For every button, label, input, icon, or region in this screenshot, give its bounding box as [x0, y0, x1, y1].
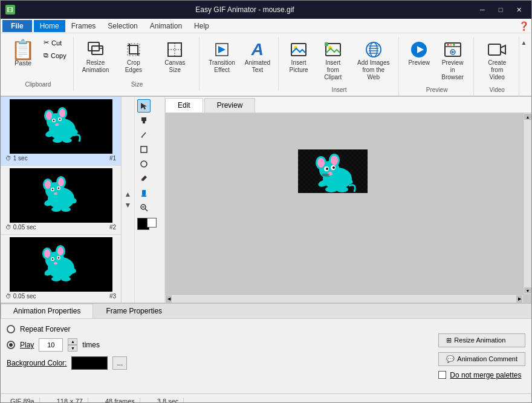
ribbon-collapse-button[interactable]: ▲ [521, 37, 529, 46]
color-selector [137, 218, 164, 240]
frame-number-3: #3 [109, 293, 116, 300]
svg-rect-91 [141, 146, 147, 152]
minimize-button[interactable]: ─ [475, 4, 490, 16]
main-layout: ⏱ 1 sec #1 [1, 97, 531, 303]
stamp-tool[interactable] [137, 114, 151, 127]
copy-button[interactable]: ⧉ Copy [41, 50, 70, 61]
canvas-size-button[interactable]: Canvas Size [154, 37, 195, 77]
help-icon[interactable]: ❓ [519, 21, 529, 31]
frame-number-2: #2 [109, 224, 116, 231]
merge-palettes-checkbox[interactable] [438, 371, 446, 379]
preview-tab[interactable]: Preview [204, 98, 256, 113]
app-icon: 🎞 [5, 5, 15, 15]
maximize-button[interactable]: □ [493, 4, 508, 16]
frame-thumb-3 [10, 237, 112, 292]
spin-down[interactable]: ▼ [68, 345, 77, 352]
frame-item-2[interactable]: ⏱ 0.05 sec #2 [1, 166, 121, 235]
insert-group: InsertPicture Insert fromClipart Add Ima… [280, 37, 399, 96]
animated-text-button[interactable]: A AnimatedText [241, 37, 274, 77]
times-label: times [82, 341, 100, 349]
frame-nav-up[interactable]: ▲ [125, 190, 132, 198]
resize-animation-prop-button[interactable]: ⊞ Resize Animation [438, 333, 525, 347]
edit-preview-tabs: Edit Preview [165, 97, 531, 113]
paste-button[interactable]: 📋 Paste [7, 37, 39, 70]
resize-animation-label: ResizeAnimation [82, 59, 109, 74]
zoom-out-tool[interactable] [137, 201, 151, 214]
svg-point-123 [326, 168, 328, 170]
svg-point-28 [447, 44, 449, 46]
crop-edges-button[interactable]: Crop Edges [114, 37, 153, 77]
scroll-up-arrow[interactable]: ▲ [524, 114, 531, 120]
insert-picture-button[interactable]: InsertPicture [284, 37, 314, 77]
svg-point-43 [53, 120, 54, 122]
scroll-left-arrow[interactable]: ◀ [166, 295, 172, 303]
animation-comment-label: Animation Comment [457, 355, 517, 362]
preview-browser-button[interactable]: Preview inBrowser [435, 37, 470, 84]
video-label: Video [490, 84, 505, 93]
scroll-right-arrow[interactable]: ▶ [516, 295, 522, 303]
svg-point-65 [61, 207, 71, 212]
merge-palettes-label: Do not merge palettes [450, 371, 521, 379]
create-video-button[interactable]: Createfrom Video [479, 37, 515, 84]
resize-animation-button[interactable]: ResizeAnimation [79, 37, 113, 77]
frame-number-1: #1 [109, 155, 116, 162]
cut-button[interactable]: ✂ Cut [41, 37, 70, 48]
svg-point-130 [325, 186, 337, 192]
frames-menu-item[interactable]: Frames [65, 20, 102, 32]
animation-comment-button[interactable]: 💬 Animation Comment [438, 352, 525, 366]
repeat-forever-radio[interactable] [7, 325, 15, 333]
pencil-tool[interactable] [137, 128, 151, 142]
frame-item-1[interactable]: ⏱ 1 sec #1 [1, 97, 121, 166]
canvas-workspace[interactable]: ▲ ▼ ◀ ▶ [165, 113, 531, 303]
insert-clipart-button[interactable]: Insert fromClipart [315, 37, 351, 84]
rect-tool[interactable] [137, 143, 151, 156]
close-button[interactable]: ✕ [511, 4, 527, 16]
svg-point-61 [54, 192, 57, 195]
background-color[interactable] [147, 218, 157, 228]
copy-cut-group: ✂ Cut ⧉ Copy [41, 37, 70, 61]
play-times-spinner: ▲ ▼ [68, 338, 77, 352]
resize-animation-icon [86, 40, 105, 59]
play-radio[interactable] [7, 341, 15, 349]
eyedropper-tool[interactable] [137, 172, 151, 185]
menu-bar: File Home Frames Selection Animation Hel… [1, 19, 531, 33]
vertical-scrollbar[interactable]: ▲ ▼ [523, 113, 531, 294]
help-menu-item[interactable]: Help [188, 20, 215, 32]
svg-point-81 [61, 277, 71, 281]
svg-point-48 [53, 138, 62, 143]
select-tool[interactable] [137, 99, 151, 113]
bg-color-label: Background Color: [7, 359, 66, 367]
frame-item-3[interactable]: ⏱ 0.05 sec #3 [1, 235, 121, 303]
title-bar-left: 🎞 [5, 5, 15, 15]
animation-properties-tab[interactable]: Animation Properties [1, 304, 93, 318]
scroll-down-arrow[interactable]: ▼ [524, 287, 531, 293]
bg-color-ellipsis[interactable]: ... [112, 356, 127, 370]
animated-text-icon: A [248, 40, 267, 59]
repeat-forever-row: Repeat Forever [7, 325, 426, 333]
edit-tab[interactable]: Edit [165, 98, 203, 113]
preview-label: Preview [408, 59, 430, 67]
svg-point-131 [336, 186, 348, 192]
play-times-input[interactable]: 10 [39, 338, 63, 352]
preview-button[interactable]: Preview [404, 37, 434, 70]
play-row: Play 10 ▲ ▼ times [7, 338, 426, 352]
transition-effect-button[interactable]: TransitionEffect [204, 37, 239, 77]
home-menu-item[interactable]: Home [34, 20, 65, 32]
horizontal-scrollbar[interactable]: ◀ ▶ [165, 294, 523, 303]
add-images-button[interactable]: Add Imagesfrom the Web [352, 37, 395, 84]
crop-edges-label: Crop Edges [118, 59, 149, 74]
status-bar: GIF 89a 118 × 77 48 frames 3.8 sec [1, 393, 531, 403]
ellipse-tool[interactable] [137, 157, 151, 171]
selection-menu-item[interactable]: Selection [102, 20, 143, 32]
svg-point-124 [332, 166, 335, 169]
spin-up[interactable]: ▲ [68, 338, 77, 345]
paint-bucket-tool[interactable] [137, 186, 151, 200]
frame-nav-down[interactable]: ▼ [125, 201, 132, 209]
animation-menu-item[interactable]: Animation [144, 20, 188, 32]
prop-right: ⊞ Resize Animation 💬 Animation Comment D… [438, 325, 525, 387]
cut-icon: ✂ [44, 39, 49, 47]
file-menu-button[interactable]: File [2, 20, 32, 32]
transition-effect-icon [212, 40, 232, 59]
frame-properties-tab[interactable]: Frame Properties [93, 304, 175, 318]
bg-color-picker[interactable] [71, 356, 108, 370]
